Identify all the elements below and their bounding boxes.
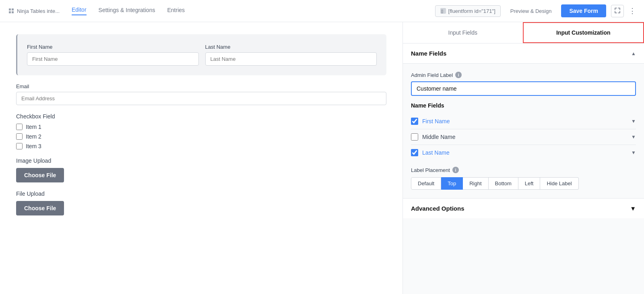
nav-brand: Ninja Tables inte... (8, 8, 60, 14)
first-name-checkbox[interactable] (411, 118, 418, 125)
last-name-label: Last Name (205, 44, 377, 50)
name-fields-panel-section: Name Fields ▲ Admin Field Label i Name F… (403, 43, 644, 198)
image-choose-file-button[interactable]: Choose File (16, 168, 64, 182)
checkbox-3[interactable] (16, 143, 23, 149)
last-name-input[interactable] (205, 52, 377, 66)
admin-field-label-text: Admin Field Label i (411, 72, 636, 78)
file-choose-file-button[interactable]: Choose File (16, 201, 64, 215)
name-fields-section-title: Name Fields (411, 50, 446, 57)
name-fields-section-header[interactable]: Name Fields ▲ (403, 43, 644, 64)
first-name-col: First Name (27, 44, 199, 66)
first-name-field-label: First Name (422, 118, 450, 124)
shortcode-button[interactable]: [] [fluentform id="171"] (435, 5, 501, 17)
middle-name-dropdown-icon[interactable]: ▼ (631, 134, 636, 140)
middle-name-checkbox[interactable] (411, 133, 418, 141)
brand-icon (8, 8, 14, 14)
middle-name-field-label: Middle Name (422, 134, 455, 140)
name-field-first: First Name ▼ (411, 114, 636, 129)
admin-field-label-group: Admin Field Label i (411, 72, 636, 96)
nav-editor[interactable]: Editor (72, 6, 87, 15)
nav-links: Editor Settings & Integrations Entries (72, 6, 185, 15)
save-form-button[interactable]: Save Form (561, 4, 606, 17)
advanced-options-label: Advanced Options (411, 205, 464, 212)
name-fields-row: First Name Last Name (27, 44, 377, 66)
placement-right-button[interactable]: Right (463, 177, 488, 190)
file-upload-label: File Upload (16, 190, 386, 197)
image-upload-section: Image Upload Choose File (16, 157, 386, 182)
name-fields-section: First Name Last Name (16, 34, 386, 75)
email-label: Email (16, 83, 386, 89)
preview-design-button[interactable]: Preview & Design (506, 6, 557, 17)
first-name-input[interactable] (27, 52, 199, 66)
name-fields-sub-label: Name Fields (411, 102, 636, 109)
label-placement-text: Label Placement i (411, 167, 636, 173)
email-field-section: Email (16, 83, 386, 105)
file-upload-section: File Upload Choose File (16, 190, 386, 215)
tab-input-fields[interactable]: Input Fields (403, 22, 523, 43)
shortcode-icon: [] (440, 8, 446, 14)
label-placement-group: Label Placement i Default Top Right Bott… (411, 167, 636, 190)
image-upload-label: Image Upload (16, 157, 386, 164)
placement-default-button[interactable]: Default (411, 177, 441, 190)
name-field-middle: Middle Name ▼ (411, 129, 636, 145)
advanced-options-chevron-icon: ▼ (630, 205, 636, 212)
last-name-dropdown-icon[interactable]: ▼ (631, 150, 636, 155)
placement-bottom-button[interactable]: Bottom (489, 177, 518, 190)
more-options-button[interactable]: ⋮ (629, 6, 636, 15)
checkbox-item-3-label: Item 3 (26, 143, 41, 149)
nav-settings[interactable]: Settings & Integrations (99, 7, 155, 15)
checkbox-field-section: Checkbox Field Item 1 Item 2 Item 3 (16, 113, 386, 149)
placement-top-button[interactable]: Top (441, 177, 463, 190)
advanced-options-section[interactable]: Advanced Options ▼ (403, 198, 644, 218)
form-preview-panel: First Name Last Name Email Checkbox Fiel… (0, 22, 402, 294)
checkbox-1[interactable] (16, 124, 23, 130)
shortcode-text: [fluentform id="171"] (448, 8, 495, 14)
first-name-label: First Name (27, 44, 199, 50)
tab-input-customization[interactable]: Input Customization (523, 22, 644, 43)
nav-right: [] [fluentform id="171"] Preview & Desig… (435, 4, 636, 17)
checkbox-item-2: Item 2 (16, 133, 386, 140)
tab-header: Input Fields Input Customization (403, 22, 644, 43)
svg-text:[]: [] (441, 9, 443, 13)
fullscreen-button[interactable] (611, 5, 624, 17)
fullscreen-icon (615, 8, 620, 13)
placement-left-button[interactable]: Left (518, 177, 541, 190)
name-fields-chevron-icon: ▲ (631, 51, 636, 56)
last-name-checkbox[interactable] (411, 149, 418, 156)
top-nav: Ninja Tables inte... Editor Settings & I… (0, 0, 644, 22)
admin-field-input[interactable] (411, 81, 636, 96)
brand-label: Ninja Tables inte... (17, 8, 60, 14)
checkbox-item-2-label: Item 2 (26, 133, 41, 140)
checkbox-item-3: Item 3 (16, 143, 386, 149)
name-field-last: Last Name ▼ (411, 145, 636, 160)
name-field-last-left: Last Name (411, 149, 450, 156)
main-layout: First Name Last Name Email Checkbox Fiel… (0, 22, 644, 294)
checkbox-2[interactable] (16, 133, 23, 140)
email-input[interactable] (16, 92, 386, 105)
name-field-middle-left: Middle Name (411, 133, 455, 141)
admin-field-info-icon[interactable]: i (455, 72, 462, 78)
placement-hide-label-button[interactable]: Hide Label (540, 177, 578, 190)
placement-buttons-group: Default Top Right Bottom Left Hide Label (411, 177, 636, 190)
nav-left: Ninja Tables inte... Editor Settings & I… (8, 6, 185, 15)
name-field-first-left: First Name (411, 118, 450, 125)
checkbox-field-label: Checkbox Field (16, 113, 386, 120)
label-placement-info-icon[interactable]: i (452, 167, 459, 173)
name-fields-section-body: Admin Field Label i Name Fields First Na… (403, 64, 644, 198)
first-name-dropdown-icon[interactable]: ▼ (631, 118, 636, 124)
last-name-col: Last Name (205, 44, 377, 66)
last-name-field-label: Last Name (422, 149, 450, 156)
checkbox-item-1: Item 1 (16, 124, 386, 130)
nav-entries[interactable]: Entries (167, 7, 185, 15)
checkbox-item-1-label: Item 1 (26, 124, 41, 130)
right-customization-panel: Input Fields Input Customization Name Fi… (402, 22, 644, 294)
